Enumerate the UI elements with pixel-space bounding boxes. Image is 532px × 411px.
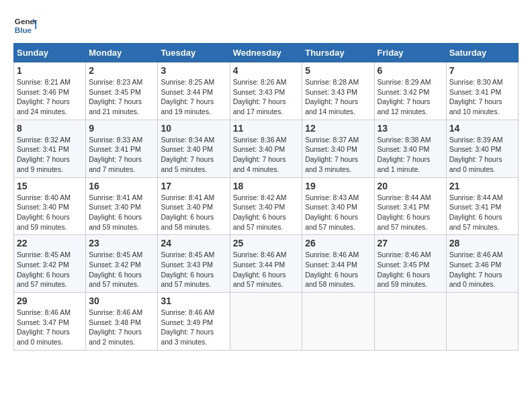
calendar-week-3: 15Sunrise: 8:40 AM Sunset: 3:40 PM Dayli… bbox=[14, 177, 519, 235]
svg-text:Blue: Blue bbox=[15, 26, 32, 34]
calendar-cell: 8Sunrise: 8:32 AM Sunset: 3:41 PM Daylig… bbox=[14, 120, 86, 177]
day-number: 4 bbox=[233, 65, 300, 76]
day-info: Sunrise: 8:25 AM Sunset: 3:44 PM Dayligh… bbox=[161, 77, 226, 117]
calendar-week-1: 1Sunrise: 8:21 AM Sunset: 3:46 PM Daylig… bbox=[14, 62, 519, 120]
day-info: Sunrise: 8:28 AM Sunset: 3:43 PM Dayligh… bbox=[305, 77, 371, 117]
calendar-cell: 24Sunrise: 8:45 AM Sunset: 3:43 PM Dayli… bbox=[158, 235, 230, 293]
day-info: Sunrise: 8:46 AM Sunset: 3:49 PM Dayligh… bbox=[161, 308, 226, 347]
day-header-friday: Friday bbox=[374, 44, 446, 62]
day-number: 2 bbox=[89, 65, 154, 76]
calendar-cell: 5Sunrise: 8:28 AM Sunset: 3:43 PM Daylig… bbox=[302, 62, 374, 120]
day-number: 17 bbox=[161, 181, 226, 191]
calendar-cell: 23Sunrise: 8:45 AM Sunset: 3:42 PM Dayli… bbox=[86, 235, 158, 293]
day-number: 30 bbox=[89, 295, 154, 306]
calendar-cell: 13Sunrise: 8:38 AM Sunset: 3:40 PM Dayli… bbox=[374, 120, 446, 177]
day-info: Sunrise: 8:34 AM Sunset: 3:40 PM Dayligh… bbox=[161, 135, 226, 175]
day-info: Sunrise: 8:23 AM Sunset: 3:45 PM Dayligh… bbox=[89, 77, 154, 117]
day-header-sunday: Sunday bbox=[14, 44, 86, 62]
calendar-header: SundayMondayTuesdayWednesdayThursdayFrid… bbox=[14, 44, 519, 62]
calendar-cell: 25Sunrise: 8:46 AM Sunset: 3:44 PM Dayli… bbox=[230, 235, 302, 293]
day-number: 5 bbox=[305, 65, 371, 76]
calendar-cell bbox=[302, 293, 374, 351]
day-info: Sunrise: 8:41 AM Sunset: 3:40 PM Dayligh… bbox=[161, 193, 226, 232]
calendar-cell: 11Sunrise: 8:36 AM Sunset: 3:40 PM Dayli… bbox=[230, 120, 302, 177]
calendar-week-2: 8Sunrise: 8:32 AM Sunset: 3:41 PM Daylig… bbox=[14, 120, 519, 177]
day-number: 12 bbox=[305, 123, 371, 134]
day-number: 26 bbox=[305, 238, 371, 248]
day-number: 24 bbox=[161, 238, 226, 248]
day-number: 1 bbox=[17, 65, 83, 76]
calendar-cell: 18Sunrise: 8:42 AM Sunset: 3:40 PM Dayli… bbox=[230, 177, 302, 235]
calendar-cell: 27Sunrise: 8:46 AM Sunset: 3:45 PM Dayli… bbox=[374, 235, 446, 293]
day-info: Sunrise: 8:45 AM Sunset: 3:42 PM Dayligh… bbox=[89, 250, 154, 289]
day-number: 14 bbox=[449, 123, 515, 134]
calendar-cell: 26Sunrise: 8:46 AM Sunset: 3:44 PM Dayli… bbox=[302, 235, 374, 293]
logo: General Blue bbox=[13, 13, 40, 38]
calendar-cell: 12Sunrise: 8:37 AM Sunset: 3:40 PM Dayli… bbox=[302, 120, 374, 177]
calendar-cell bbox=[374, 293, 446, 351]
day-info: Sunrise: 8:39 AM Sunset: 3:40 PM Dayligh… bbox=[449, 135, 515, 175]
calendar-table: SundayMondayTuesdayWednesdayThursdayFrid… bbox=[13, 43, 519, 351]
day-info: Sunrise: 8:41 AM Sunset: 3:40 PM Dayligh… bbox=[89, 193, 154, 232]
day-info: Sunrise: 8:44 AM Sunset: 3:41 PM Dayligh… bbox=[449, 193, 515, 232]
calendar-cell: 29Sunrise: 8:46 AM Sunset: 3:47 PM Dayli… bbox=[14, 293, 86, 351]
calendar-cell: 31Sunrise: 8:46 AM Sunset: 3:49 PM Dayli… bbox=[158, 293, 230, 351]
day-number: 3 bbox=[161, 65, 226, 76]
page-header: General Blue bbox=[13, 13, 519, 38]
day-info: Sunrise: 8:46 AM Sunset: 3:46 PM Dayligh… bbox=[449, 250, 515, 289]
calendar-cell bbox=[230, 293, 302, 351]
calendar-cell: 19Sunrise: 8:43 AM Sunset: 3:40 PM Dayli… bbox=[302, 177, 374, 235]
day-info: Sunrise: 8:32 AM Sunset: 3:41 PM Dayligh… bbox=[17, 135, 83, 175]
day-info: Sunrise: 8:46 AM Sunset: 3:44 PM Dayligh… bbox=[233, 250, 300, 289]
calendar-cell: 3Sunrise: 8:25 AM Sunset: 3:44 PM Daylig… bbox=[158, 62, 230, 120]
day-info: Sunrise: 8:43 AM Sunset: 3:40 PM Dayligh… bbox=[305, 193, 371, 232]
day-number: 19 bbox=[305, 181, 371, 191]
day-number: 29 bbox=[17, 295, 83, 306]
day-number: 6 bbox=[378, 65, 443, 76]
calendar-cell: 20Sunrise: 8:44 AM Sunset: 3:41 PM Dayli… bbox=[374, 177, 446, 235]
calendar-cell: 2Sunrise: 8:23 AM Sunset: 3:45 PM Daylig… bbox=[86, 62, 158, 120]
day-number: 10 bbox=[161, 123, 226, 134]
day-info: Sunrise: 8:38 AM Sunset: 3:40 PM Dayligh… bbox=[378, 135, 443, 175]
day-header-saturday: Saturday bbox=[446, 44, 518, 62]
day-number: 27 bbox=[378, 238, 443, 248]
day-info: Sunrise: 8:46 AM Sunset: 3:44 PM Dayligh… bbox=[305, 250, 371, 289]
day-header-monday: Monday bbox=[86, 44, 158, 62]
day-info: Sunrise: 8:29 AM Sunset: 3:42 PM Dayligh… bbox=[378, 77, 443, 117]
day-number: 15 bbox=[17, 181, 83, 191]
day-info: Sunrise: 8:42 AM Sunset: 3:40 PM Dayligh… bbox=[233, 193, 300, 232]
day-number: 20 bbox=[378, 181, 443, 191]
day-info: Sunrise: 8:46 AM Sunset: 3:47 PM Dayligh… bbox=[17, 308, 83, 347]
day-number: 25 bbox=[233, 238, 300, 248]
day-info: Sunrise: 8:46 AM Sunset: 3:45 PM Dayligh… bbox=[378, 250, 443, 289]
day-number: 16 bbox=[89, 181, 154, 191]
day-number: 8 bbox=[17, 123, 83, 134]
day-info: Sunrise: 8:46 AM Sunset: 3:48 PM Dayligh… bbox=[89, 308, 154, 347]
day-info: Sunrise: 8:45 AM Sunset: 3:42 PM Dayligh… bbox=[17, 250, 83, 289]
day-number: 31 bbox=[161, 295, 226, 306]
calendar-cell: 7Sunrise: 8:30 AM Sunset: 3:41 PM Daylig… bbox=[446, 62, 518, 120]
day-info: Sunrise: 8:44 AM Sunset: 3:41 PM Dayligh… bbox=[378, 193, 443, 232]
day-info: Sunrise: 8:45 AM Sunset: 3:43 PM Dayligh… bbox=[161, 250, 226, 289]
calendar-week-5: 29Sunrise: 8:46 AM Sunset: 3:47 PM Dayli… bbox=[14, 293, 519, 351]
calendar-cell: 22Sunrise: 8:45 AM Sunset: 3:42 PM Dayli… bbox=[14, 235, 86, 293]
day-info: Sunrise: 8:30 AM Sunset: 3:41 PM Dayligh… bbox=[449, 77, 515, 117]
calendar-cell: 15Sunrise: 8:40 AM Sunset: 3:40 PM Dayli… bbox=[14, 177, 86, 235]
calendar-cell: 4Sunrise: 8:26 AM Sunset: 3:43 PM Daylig… bbox=[230, 62, 302, 120]
calendar-week-4: 22Sunrise: 8:45 AM Sunset: 3:42 PM Dayli… bbox=[14, 235, 519, 293]
day-info: Sunrise: 8:26 AM Sunset: 3:43 PM Dayligh… bbox=[233, 77, 300, 117]
day-info: Sunrise: 8:21 AM Sunset: 3:46 PM Dayligh… bbox=[17, 77, 83, 117]
calendar-cell: 6Sunrise: 8:29 AM Sunset: 3:42 PM Daylig… bbox=[374, 62, 446, 120]
day-info: Sunrise: 8:40 AM Sunset: 3:40 PM Dayligh… bbox=[17, 193, 83, 232]
logo-icon: General Blue bbox=[13, 13, 38, 38]
day-number: 28 bbox=[449, 238, 515, 248]
day-header-wednesday: Wednesday bbox=[230, 44, 302, 62]
day-number: 7 bbox=[449, 65, 515, 76]
day-info: Sunrise: 8:37 AM Sunset: 3:40 PM Dayligh… bbox=[305, 135, 371, 175]
day-number: 21 bbox=[449, 181, 515, 191]
calendar-cell: 9Sunrise: 8:33 AM Sunset: 3:41 PM Daylig… bbox=[86, 120, 158, 177]
day-header-tuesday: Tuesday bbox=[158, 44, 230, 62]
day-number: 13 bbox=[378, 123, 443, 134]
day-number: 9 bbox=[89, 123, 154, 134]
calendar-cell: 30Sunrise: 8:46 AM Sunset: 3:48 PM Dayli… bbox=[86, 293, 158, 351]
